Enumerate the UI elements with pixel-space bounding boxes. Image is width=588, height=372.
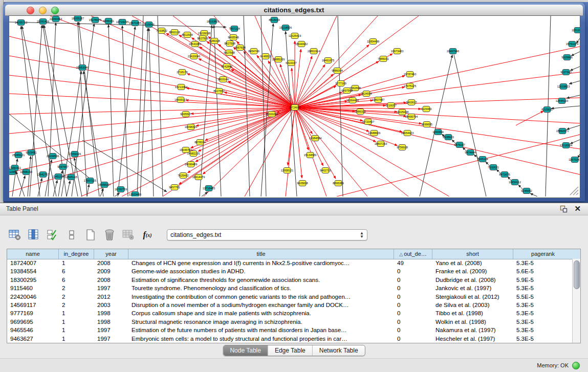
graph-node[interactable]: 8454749 (248, 49, 259, 54)
graph-node[interactable]: 14055712 (15, 20, 27, 26)
graph-node[interactable]: 10654112 (509, 180, 521, 185)
graph-node[interactable]: 10098320 (185, 124, 197, 130)
graph-node[interactable]: 10688609 (368, 130, 380, 136)
graph-node[interactable]: 12033823 (557, 84, 570, 90)
graph-node[interactable]: 7632621 (488, 165, 498, 170)
table-row[interactable]: 946554611997Estimation of the future num… (7, 326, 573, 334)
graph-node[interactable]: 6466161 (103, 18, 114, 24)
column-header-pagerank[interactable]: pagerank (513, 249, 573, 259)
graph-node[interactable]: 8860128 (169, 30, 180, 35)
table-row[interactable]: 2242004622012Investigating the contribut… (7, 293, 573, 301)
graph-node[interactable]: 25089121 (12, 152, 25, 158)
graph-node[interactable]: 9329966 (561, 55, 572, 60)
memory-ok-icon[interactable] (572, 362, 580, 369)
column-header-in_degree[interactable]: in_degree (59, 249, 94, 259)
graph-node[interactable]: 15640932 (295, 41, 308, 47)
graph-node[interactable]: 9886394 (332, 68, 342, 74)
graph-node[interactable]: 9605838 (297, 181, 308, 186)
graph-node[interactable]: 3913353 (9, 169, 17, 175)
table-row[interactable]: 1830029562008Estimation of significance … (7, 276, 573, 284)
graph-node[interactable]: 10025438 (396, 110, 408, 115)
graph-node[interactable]: 20953346 (76, 65, 89, 71)
graph-node[interactable]: 9827509 (197, 36, 208, 41)
column-header-title[interactable]: title (128, 249, 394, 259)
graph-node[interactable]: 12923466 (129, 192, 141, 197)
graph-node[interactable]: 11512082 (572, 28, 580, 33)
graph-node[interactable]: 8938923 (443, 135, 453, 140)
graph-node[interactable]: 12213364 (175, 84, 187, 90)
graph-node[interactable]: 12505115 (65, 174, 77, 180)
graph-node[interactable]: 17957225 (84, 178, 96, 184)
graph-node[interactable]: 7857224 (229, 26, 239, 32)
graph-node[interactable]: 16543382 (189, 41, 201, 47)
table-row[interactable]: 946362711997Embryonic stem cells: a mode… (7, 335, 573, 343)
graph-node[interactable]: 12325419 (289, 33, 301, 39)
graph-node[interactable]: 16958107 (98, 182, 111, 188)
graph-node[interactable]: 17975125 (404, 83, 416, 89)
graph-node[interactable]: 11954499 (367, 39, 379, 45)
resize-grip-icon[interactable] (570, 187, 578, 195)
tab-node-table[interactable]: Node Table (223, 345, 268, 356)
show-columns-icon[interactable] (27, 229, 40, 241)
graph-node[interactable]: 9462733 (320, 168, 331, 173)
graph-node[interactable]: 16055287 (72, 16, 84, 21)
graph-node[interactable]: 14099489 (185, 162, 197, 167)
graph-node[interactable]: 8471676 (499, 172, 510, 178)
citation-network-canvas[interactable]: 1405571220091406220604631605528715276075… (9, 16, 580, 196)
table-selector-dropdown[interactable]: citations_edges.txt ▲▼ (167, 229, 367, 240)
create-table-icon[interactable] (84, 229, 97, 241)
graph-node[interactable]: 9242848 (221, 64, 232, 70)
graph-node[interactable]: 19787493 (404, 72, 416, 77)
graph-node[interactable]: 8878334 (194, 140, 205, 145)
graph-node[interactable]: 10973483 (391, 49, 403, 54)
graph-node[interactable]: 7625402 (178, 173, 188, 179)
graph-node[interactable]: 16782759 (115, 187, 127, 192)
graph-node[interactable]: 23226038 (198, 31, 210, 36)
graph-node[interactable]: 8215935 (541, 107, 552, 113)
graph-node[interactable]: 22060463 (50, 16, 62, 22)
graph-node[interactable]: 15134589 (304, 152, 316, 158)
graph-node[interactable]: 9245652 (521, 188, 532, 194)
graph-node[interactable]: 19861914 (308, 49, 320, 54)
graph-node[interactable]: 13716485 (203, 186, 215, 191)
column-header-out_de[interactable]: △out_de… (394, 249, 432, 259)
graph-node[interactable]: 2935114 (477, 157, 488, 162)
table-row[interactable]: 1938455462009Genome-wide association stu… (7, 267, 573, 275)
graph-node[interactable]: 10807487 (372, 97, 384, 103)
scrollbar-thumb[interactable] (574, 260, 580, 289)
select-rows-icon[interactable] (46, 229, 59, 241)
row-height-icon[interactable] (65, 229, 78, 241)
graph-node[interactable]: 11568193 (20, 169, 32, 175)
graph-node[interactable]: 16461675 (322, 58, 334, 63)
table-row[interactable]: 1872400712008Changes of HCN gene express… (7, 259, 573, 267)
float-panel-icon[interactable] (560, 205, 568, 213)
graph-node[interactable]: 9115460 (421, 106, 431, 112)
graph-node[interactable]: 15751074 (566, 41, 578, 47)
graph-node[interactable]: 9457791 (169, 185, 180, 190)
graph-node[interactable]: 6497568 (341, 88, 352, 94)
graph-node[interactable]: 9777169 (335, 81, 346, 86)
table-panel-header[interactable]: Table Panel ✕ (0, 203, 588, 215)
graph-node[interactable]: 3624554 (361, 91, 372, 97)
table-row[interactable]: 969969511998Structural magnetic resonanc… (7, 318, 573, 326)
graph-node[interactable]: 9365507 (180, 112, 191, 117)
graph-node[interactable]: 8813034 (269, 17, 279, 23)
graph-node[interactable]: 28495794 (405, 114, 418, 120)
graph-node[interactable]: 6879197 (454, 142, 465, 148)
table-row[interactable]: 977716911998Corpus callosum shape and si… (7, 309, 573, 317)
tab-edge-table[interactable]: Edge Table (268, 345, 313, 356)
delete-entries-icon[interactable] (103, 229, 116, 241)
network-window-titlebar[interactable]: citations_edges.txt (5, 5, 583, 16)
graph-node[interactable]: 20364436 (346, 98, 359, 103)
graph-node[interactable]: 7986322 (355, 109, 365, 115)
graph-node[interactable]: 8912934 (182, 32, 192, 38)
graph-node[interactable]: 13942757 (37, 172, 49, 178)
graph-node[interactable]: 9427568 (224, 50, 234, 56)
column-header-short[interactable]: short (432, 249, 513, 259)
graph-node[interactable]: 12958121 (281, 168, 293, 173)
tab-network-table[interactable]: Network Table (313, 345, 365, 356)
function-builder-icon[interactable]: f(x) (141, 229, 154, 241)
graph-node[interactable]: 11675341 (569, 157, 580, 163)
graph-node[interactable]: 14982225 (187, 151, 200, 157)
graph-node[interactable]: 9827508 (224, 41, 235, 47)
